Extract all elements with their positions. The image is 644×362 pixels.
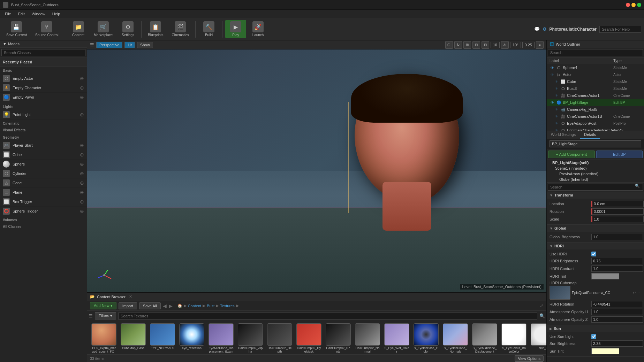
source-control-button[interactable]: ⑂ Source Control xyxy=(32,20,62,38)
tab-details[interactable]: Details xyxy=(580,131,600,139)
atmo-opacity-h-input[interactable] xyxy=(591,309,643,315)
eye-icon-bust3[interactable]: 👁 xyxy=(554,86,559,91)
add-new-button[interactable]: Add New ▾ xyxy=(90,302,116,309)
edit-bp-button[interactable]: Edit BP xyxy=(596,151,643,158)
world-outliner-search-input[interactable] xyxy=(548,49,643,56)
player-start-add[interactable]: ⊕ xyxy=(80,143,84,148)
content-item-13[interactable]: S_EyeMidPlane_Displacement xyxy=(471,323,499,353)
content-item-10[interactable]: S_Eye_Wet_Color xyxy=(383,323,411,353)
actor-empty-character[interactable]: 🧍 Empty Character ⊕ xyxy=(0,83,87,93)
content-item-15[interactable]: skin_h xyxy=(529,323,546,350)
section-basic-label[interactable]: Basic xyxy=(0,67,87,74)
save-current-button[interactable]: 💾 Save Current xyxy=(3,20,30,38)
atmo-opacity-z-input[interactable] xyxy=(591,316,643,323)
view-options-button[interactable]: View Options xyxy=(515,355,544,362)
empty-character-add[interactable]: ⊕ xyxy=(80,85,84,91)
path-content[interactable]: Content xyxy=(188,304,202,308)
actor-point-light[interactable]: 💡 Point Light ⊕ xyxy=(0,110,87,120)
hdri-brightness-input[interactable] xyxy=(591,258,643,264)
build-button[interactable]: 🔨 Build xyxy=(198,20,219,38)
content-item-0[interactable]: CH2_exp04_merged_spec_t_FC_FINAL xyxy=(90,323,118,354)
search-classes-input[interactable] xyxy=(1,49,85,56)
hdri-contrast-input[interactable] xyxy=(591,265,643,272)
section-cinematic-label[interactable]: Cinematic xyxy=(0,120,87,127)
play-button[interactable]: ▶ Play xyxy=(225,20,246,38)
actor-box-trigger[interactable]: ⬜ Box Trigger ⊕ xyxy=(0,197,87,207)
tab-world-settings[interactable]: World Settings xyxy=(547,131,580,139)
outliner-item-eye-adapt[interactable]: 👁 ⬡ EyeAdaptionPost PostPro xyxy=(547,120,644,127)
content-item-12[interactable]: S_EyeIrisPlane_Normals xyxy=(441,323,469,353)
vp-icon-5[interactable]: ⊡ xyxy=(482,41,489,49)
point-light-add[interactable]: ⊕ xyxy=(80,112,84,117)
cube-add[interactable]: ⊕ xyxy=(80,152,84,157)
eye-icon-cine1b[interactable]: 👁 xyxy=(554,114,559,119)
content-item-4[interactable]: EyeMidPlane_Displacement_Example xyxy=(207,323,235,354)
hdri-cubemap-thumb[interactable] xyxy=(550,286,570,300)
content-item-3[interactable]: eye_reflection xyxy=(178,323,206,350)
content-item-5[interactable]: HairClump02_Alpha xyxy=(236,323,264,353)
use-sun-check[interactable] xyxy=(591,334,596,339)
settings-button[interactable]: ⚙ Settings xyxy=(118,20,138,38)
details-search-input[interactable] xyxy=(548,184,643,191)
eye-icon-sphere4[interactable]: 👁 xyxy=(550,65,555,70)
maximize-button[interactable] xyxy=(637,3,641,7)
outliner-item-bust3[interactable]: 👁 ⬡ Bust3 StaticMe xyxy=(547,85,644,92)
actor-player-start[interactable]: 🎮 Player Start ⊕ xyxy=(0,141,87,150)
viewport-menu-icon[interactable]: ☰ xyxy=(90,42,94,47)
content-search-input[interactable] xyxy=(118,313,537,319)
sun-header[interactable]: ▶ Sun xyxy=(547,325,644,332)
eye-icon-bp[interactable]: 👁 xyxy=(550,100,555,105)
eye-icon-actor[interactable]: 👁 xyxy=(550,72,555,77)
menu-help[interactable]: Help xyxy=(49,11,64,17)
vp-icon-7[interactable]: ≡ xyxy=(536,41,544,49)
hdri-rotation-input[interactable] xyxy=(591,301,643,307)
outliner-item-cine1b[interactable]: 👁 🎥 CineCameraActor1B CineCame xyxy=(547,113,644,120)
outliner-item-cinecamera1[interactable]: 👁 🎥 CineCameraActor1 CineCame xyxy=(547,92,644,99)
filters-button[interactable]: Filters ▾ xyxy=(95,312,116,319)
content-button[interactable]: 📁 Content xyxy=(68,20,89,38)
settings-icon2[interactable]: ⚙ xyxy=(543,26,547,32)
eye-icon-cube[interactable]: 👁 xyxy=(554,79,559,84)
content-item-1[interactable]: CubeMap_Base xyxy=(119,323,147,350)
content-browser-close[interactable]: ✕ xyxy=(129,294,132,299)
cylinder-add[interactable]: ⊕ xyxy=(80,171,84,176)
global-header[interactable]: ▼ Global xyxy=(547,225,644,232)
nav-back-icon[interactable]: ◀ xyxy=(163,303,167,309)
rotation-x[interactable] xyxy=(591,208,644,215)
actor-cone[interactable]: △ Cone ⊕ xyxy=(0,178,87,188)
content-browser-expand-icon[interactable]: ⤢ xyxy=(540,303,544,308)
cone-add[interactable]: ⊕ xyxy=(80,180,84,186)
global-brightness-input[interactable] xyxy=(591,234,643,240)
actor-plane[interactable]: ▭ Plane ⊕ xyxy=(0,188,87,197)
vp-icon-3[interactable]: ⊞ xyxy=(463,41,471,49)
outliner-item-cube[interactable]: 👁 ⬜ Cube StaticMe xyxy=(547,78,644,85)
eye-icon-lightmass[interactable]: 👁 xyxy=(554,128,559,131)
outliner-item-lightmass[interactable]: 👁 ⬡ LightmassCharacterIndirectDetailVol.… xyxy=(547,127,644,131)
globe-item[interactable]: Globe (Inherited) xyxy=(547,177,644,182)
empty-pawn-add[interactable]: ⊕ xyxy=(80,94,84,100)
outliner-item-camera-rail[interactable]: 👁 📹 CameraRig_Rail5 xyxy=(547,106,644,113)
lit-button[interactable]: Lit xyxy=(124,42,135,48)
self-item[interactable]: BP_LightStage(self) xyxy=(547,160,644,165)
hdri-cubemap-go[interactable]: → xyxy=(637,291,641,295)
eye-icon-rail[interactable]: 👁 xyxy=(554,107,559,112)
content-item-9[interactable]: HairClump02_Normal xyxy=(354,323,381,353)
add-component-button[interactable]: + Add Component xyxy=(548,151,595,158)
hdri-header[interactable]: ▼ HDRI xyxy=(547,242,644,249)
outliner-item-bp-lightstage[interactable]: 👁 🔵 BP_LightStage Edit BP xyxy=(547,99,644,106)
scene1-item[interactable]: Scene1 (Inherited) xyxy=(547,165,644,171)
notifications-icon[interactable]: 💬 xyxy=(534,26,540,32)
content-item-7[interactable]: HairClump02_DyeMask xyxy=(295,323,323,353)
minimize-button[interactable] xyxy=(631,3,636,7)
previs-arrow-item[interactable]: PrevisArrow (Inherited) xyxy=(547,171,644,177)
blueprints-button[interactable]: 📋 Blueprints xyxy=(144,20,167,38)
sphere-trigger-add[interactable]: ⊕ xyxy=(80,208,84,214)
actor-empty-actor[interactable]: ⬡ Empty Actor ⊕ xyxy=(0,74,87,83)
vp-icon-2[interactable]: ↻ xyxy=(454,41,462,49)
vp-icon-6[interactable]: ⚠ xyxy=(501,41,509,49)
outliner-item-sphere4[interactable]: 👁 ⬡ Sphere4 StaticMe xyxy=(547,64,644,71)
section-all-classes-label[interactable]: All Classes xyxy=(0,223,87,230)
box-trigger-add[interactable]: ⊕ xyxy=(80,199,84,205)
scale-x[interactable] xyxy=(591,216,644,222)
content-item-6[interactable]: HairClump02_Depth xyxy=(266,323,294,353)
